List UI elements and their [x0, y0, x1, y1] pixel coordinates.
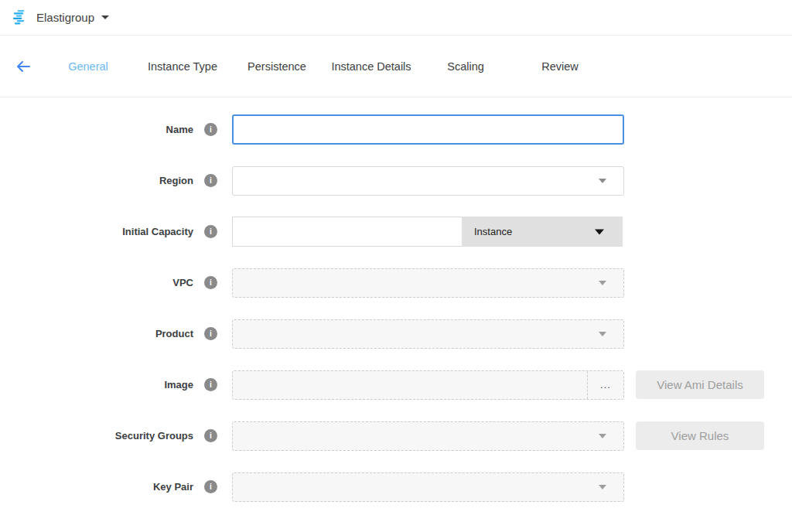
- info-glyph: i: [210, 483, 212, 491]
- browse-image-button[interactable]: ...: [587, 371, 623, 399]
- field-row-image: Image i ... View Ami Details: [0, 370, 792, 400]
- info-icon[interactable]: i: [204, 378, 217, 391]
- field-row-initial-capacity: Initial Capacity i Instance: [0, 217, 792, 247]
- info-icon[interactable]: i: [204, 174, 217, 187]
- info-icon[interactable]: i: [204, 327, 217, 340]
- security-groups-label: Security Groups: [0, 430, 193, 442]
- view-ami-details-button[interactable]: View Ami Details: [636, 370, 764, 399]
- chevron-down-icon: [599, 281, 606, 285]
- tab-instance-type[interactable]: Instance Type: [135, 60, 230, 73]
- key-pair-select: [232, 472, 624, 502]
- vpc-select: [232, 268, 624, 298]
- capacity-unit-select[interactable]: Instance: [462, 217, 623, 247]
- initial-capacity-label: Initial Capacity: [0, 226, 193, 237]
- chevron-down-icon: [595, 229, 604, 234]
- back-button[interactable]: [15, 60, 31, 73]
- key-pair-label: Key Pair: [0, 481, 193, 493]
- vpc-label: VPC: [0, 277, 193, 288]
- tab-persistence[interactable]: Persistence: [230, 60, 324, 73]
- tab-general[interactable]: General: [41, 60, 135, 73]
- image-label: Image: [0, 379, 193, 390]
- image-input: ...: [232, 370, 624, 400]
- region-select[interactable]: [232, 166, 624, 196]
- info-icon[interactable]: i: [204, 225, 217, 238]
- info-glyph: i: [210, 330, 212, 338]
- region-label: Region: [0, 175, 193, 186]
- info-glyph: i: [210, 381, 212, 389]
- info-glyph: i: [210, 177, 212, 185]
- info-glyph: i: [210, 228, 212, 236]
- tab-instance-details[interactable]: Instance Details: [324, 60, 418, 73]
- product-select: [232, 319, 624, 349]
- capacity-unit-value: Instance: [474, 226, 512, 237]
- tab-review[interactable]: Review: [513, 60, 607, 73]
- info-icon[interactable]: i: [204, 123, 217, 136]
- tab-scaling[interactable]: Scaling: [418, 60, 513, 73]
- info-icon[interactable]: i: [204, 429, 217, 442]
- chevron-down-icon: [599, 332, 606, 336]
- product-label: Product: [0, 328, 193, 339]
- general-settings-form: Name i Region i Initial Capacity i In: [0, 97, 792, 502]
- wizard-tab-bar: General Instance Type Persistence Instan…: [0, 36, 792, 97]
- elastigroup-app: Elastigroup General Instance Type Persis…: [0, 0, 792, 502]
- field-row-vpc: VPC i: [0, 268, 792, 298]
- chevron-down-icon[interactable]: [101, 15, 109, 19]
- field-row-product: Product i: [0, 319, 792, 349]
- info-icon[interactable]: i: [204, 276, 217, 289]
- name-input[interactable]: [232, 114, 624, 145]
- initial-capacity-input[interactable]: [232, 217, 462, 247]
- info-icon[interactable]: i: [204, 480, 217, 493]
- chevron-down-icon: [599, 434, 606, 438]
- elastigroup-logo-icon: [11, 9, 29, 26]
- wizard-tabs: General Instance Type Persistence Instan…: [41, 60, 607, 73]
- info-glyph: i: [210, 279, 212, 287]
- field-row-security-groups: Security Groups i View Rules: [0, 421, 792, 451]
- name-label: Name: [0, 124, 193, 135]
- info-glyph: i: [210, 126, 212, 134]
- field-row-region: Region i: [0, 165, 792, 196]
- field-row-key-pair: Key Pair i: [0, 472, 792, 502]
- app-header: Elastigroup: [0, 0, 792, 36]
- chevron-down-icon: [599, 485, 606, 489]
- ellipsis-icon: ...: [600, 379, 611, 390]
- view-rules-button[interactable]: View Rules: [636, 421, 764, 450]
- app-title: Elastigroup: [36, 11, 94, 24]
- chevron-down-icon: [599, 179, 606, 183]
- security-groups-select: [232, 421, 624, 451]
- info-glyph: i: [210, 432, 212, 440]
- field-row-name: Name i: [0, 114, 792, 145]
